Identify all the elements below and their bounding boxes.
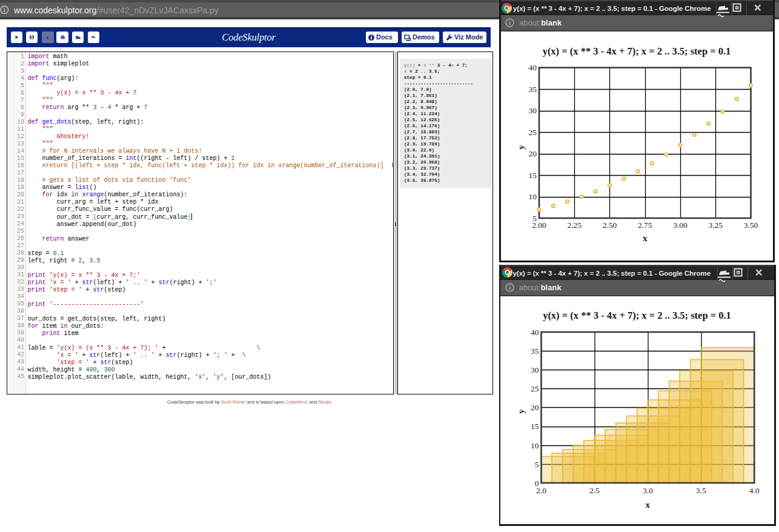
svg-text:35: 35 xyxy=(531,347,539,356)
svg-text:25: 25 xyxy=(529,128,537,137)
svg-text:y(x) = (x ** 3 - 4x + 7); x =: y(x) = (x ** 3 - 4x + 7); x = 2 .. 3.5; … xyxy=(543,310,731,321)
svg-text:y(x) = (x ** 3 - 4x + 7); x =: y(x) = (x ** 3 - 4x + 7); x = 2 .. 3.5; … xyxy=(543,45,731,57)
svg-text:y: y xyxy=(516,145,526,150)
svg-text:x: x xyxy=(643,233,648,243)
svg-text:20: 20 xyxy=(529,149,537,158)
svg-text:3.00: 3.00 xyxy=(673,221,688,230)
svg-text:30: 30 xyxy=(531,365,539,374)
svg-text:3.0: 3.0 xyxy=(642,486,652,495)
svg-text:10: 10 xyxy=(529,192,537,201)
svg-text:y: y xyxy=(515,409,525,414)
svg-text:30: 30 xyxy=(529,106,537,115)
svg-text:15: 15 xyxy=(531,422,539,431)
svg-text:3.25: 3.25 xyxy=(708,221,723,230)
svg-text:2.5: 2.5 xyxy=(589,486,599,495)
svg-text:2.0: 2.0 xyxy=(536,486,546,495)
svg-text:2.25: 2.25 xyxy=(567,221,582,230)
svg-text:40: 40 xyxy=(531,328,539,337)
svg-text:3.50: 3.50 xyxy=(744,221,758,230)
svg-text:2.00: 2.00 xyxy=(532,221,546,230)
svg-text:2.75: 2.75 xyxy=(638,221,652,230)
svg-text:10: 10 xyxy=(531,441,539,450)
svg-text:x: x xyxy=(645,500,650,510)
svg-text:3.5: 3.5 xyxy=(695,486,706,495)
svg-text:40: 40 xyxy=(529,63,537,72)
svg-text:4.0: 4.0 xyxy=(749,486,759,495)
svg-text:25: 25 xyxy=(531,384,539,393)
svg-text:5: 5 xyxy=(534,460,539,469)
svg-text:35: 35 xyxy=(529,85,537,94)
svg-text:20: 20 xyxy=(531,403,539,412)
svg-text:2.50: 2.50 xyxy=(603,221,617,230)
svg-text:15: 15 xyxy=(529,171,537,180)
